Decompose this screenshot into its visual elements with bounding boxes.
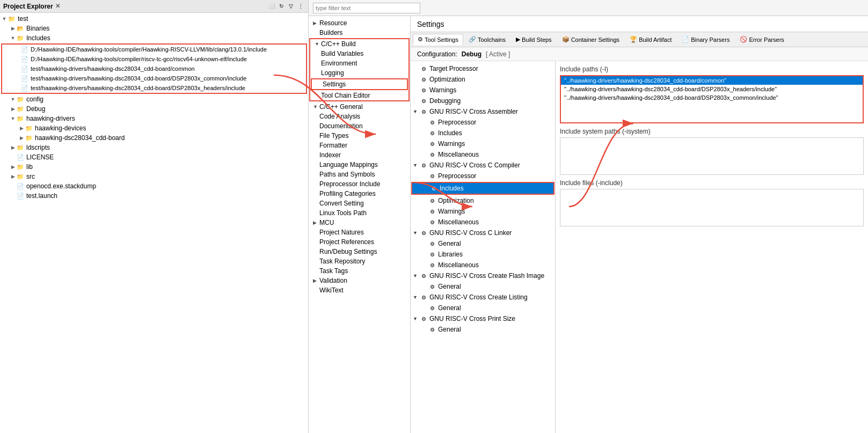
tree-item-includes[interactable]: ▼ 📁 Includes [0, 33, 308, 43]
tree-arrow-src[interactable]: ▶ [10, 174, 16, 179]
sync-icon[interactable]: ↻ [277, 2, 286, 11]
tree-item-config[interactable]: ▼ 📁 config [0, 94, 308, 104]
tree-arrow-test[interactable]: ▼ [1, 16, 8, 21]
nav-item-ccpp-build[interactable]: ▼ C/C++ Build [310, 39, 409, 49]
tree-arrow-debug[interactable]: ▶ [10, 106, 16, 112]
tool-item-c-warnings[interactable]: ▶ ⚙ Warnings [411, 206, 555, 217]
tool-item-cross-flash[interactable]: ▼ ⚙ GNU RISC-V Cross Create Flash Image [411, 270, 555, 281]
cross-print-arrow[interactable]: ▼ [413, 316, 419, 321]
cross-listing-arrow[interactable]: ▼ [413, 295, 419, 300]
tab-build-steps[interactable]: ▶ Build Steps [511, 34, 557, 45]
nav-item-validation[interactable]: ▶ Validation [309, 276, 410, 285]
tool-item-asm-preprocessor[interactable]: ▶ ⚙ Preprocessor [411, 117, 555, 128]
filter-input[interactable] [313, 3, 420, 13]
nav-item-project-references[interactable]: ▶ Project References [309, 237, 410, 247]
nav-item-code-analysis[interactable]: Code Analysis [309, 112, 410, 121]
include-path-item-1[interactable]: "../haawking-drivers/haawking-dsc28034_c… [561, 76, 863, 85]
nav-item-project-natures[interactable]: ▶ Project Natures [309, 227, 410, 237]
tool-item-c-includes[interactable]: ▶ ⚙ Includes [412, 183, 553, 194]
tool-item-print-general[interactable]: ▶ ⚙ General [411, 324, 555, 335]
nav-item-convert-setting[interactable]: ▶ Convert Setting [309, 199, 410, 208]
nav-item-preprocessor-include[interactable]: Preprocessor Include [309, 179, 410, 189]
tool-item-cross-c-linker[interactable]: ▼ ⚙ GNU RISC-V Cross C Linker [411, 227, 555, 238]
nav-item-file-types[interactable]: File Types [309, 131, 410, 141]
tool-item-c-misc[interactable]: ▶ ⚙ Miscellaneous [411, 217, 555, 227]
tree-item-inc1[interactable]: 📄 D:/Haawking-IDE/haawking-tools/compile… [2, 45, 306, 54]
tool-item-cross-print[interactable]: ▼ ⚙ GNU RISC-V Cross Print Size [411, 313, 555, 324]
tool-item-listing-general[interactable]: ▶ ⚙ General [411, 303, 555, 313]
include-path-item-2[interactable]: "../haawking-drivers/haawking-dsc28034_c… [561, 85, 863, 93]
nav-item-linux-tools-path[interactable]: ▶ Linux Tools Path [309, 208, 410, 218]
tree-arrow-config[interactable]: ▼ [10, 97, 16, 102]
filter-icon[interactable]: ▽ [287, 2, 295, 11]
tool-item-flash-general[interactable]: ▶ ⚙ General [411, 281, 555, 292]
tree-item-haawking-devices[interactable]: ▶ 📁 haawking-devices [0, 123, 308, 133]
nav-item-indexer[interactable]: Indexer [309, 150, 410, 160]
nav-item-builders[interactable]: ▶ Builders [309, 28, 410, 38]
nav-item-logging[interactable]: Logging [310, 68, 409, 78]
tool-item-asm-includes[interactable]: ▶ ⚙ Includes [411, 128, 555, 138]
tool-item-optimization[interactable]: ▶ ⚙ Optimization [411, 74, 555, 85]
tree-item-license[interactable]: ▶ 📄 LICENSE [0, 152, 308, 162]
nav-item-task-tags[interactable]: ▶ Task Tags [309, 266, 410, 276]
tree-arrow-lib[interactable]: ▶ [10, 164, 16, 170]
nav-item-profiling-categories[interactable]: Profiling Categories [309, 189, 410, 199]
nav-item-mcu[interactable]: ▶ MCU [309, 218, 410, 227]
tree-item-haawking-drivers[interactable]: ▼ 📁 haawking-drivers [0, 114, 308, 123]
nav-item-task-repository[interactable]: ▶ Task Repository [309, 256, 410, 266]
nav-item-documentation[interactable]: Documentation [309, 121, 410, 131]
nav-item-environment[interactable]: Environment [310, 58, 409, 68]
tool-item-c-optimization[interactable]: ▶ ⚙ Optimization [411, 195, 555, 206]
nav-item-resource[interactable]: ▶ Resource [309, 18, 410, 28]
tree-item-haawking-dsc[interactable]: ▶ 📁 haawking-dsc28034_cdd-board [0, 133, 308, 143]
tool-item-cross-listing[interactable]: ▼ ⚙ GNU RISC-V Cross Create Listing [411, 292, 555, 303]
tab-build-artifact[interactable]: 🏆 Build Artifact [625, 34, 676, 45]
tool-item-c-preprocessor[interactable]: ▶ ⚙ Preprocessor [411, 171, 555, 181]
cross-flash-arrow[interactable]: ▼ [413, 273, 419, 278]
nav-item-run-debug-settings[interactable]: ▶ Run/Debug Settings [309, 247, 410, 256]
tree-item-lib[interactable]: ▶ 📁 lib [0, 162, 308, 172]
nav-item-formatter[interactable]: Formatter [309, 141, 410, 150]
close-icon[interactable]: ✕ [55, 3, 60, 10]
tool-item-debugging[interactable]: ▶ ⚙ Debugging [411, 96, 555, 106]
tree-item-inc5[interactable]: 📄 test/haawking-drivers/haawking-dsc2803… [2, 83, 306, 93]
tree-arrow-haawking-devices[interactable]: ▶ [18, 126, 25, 131]
tree-item-inc4[interactable]: 📄 test/haawking-drivers/haawking-dsc2803… [2, 74, 306, 83]
tree-item-openocd[interactable]: ▶ 📄 openocd.exe.stackdump [0, 181, 308, 191]
tool-item-warnings[interactable]: ▶ ⚙ Warnings [411, 85, 555, 96]
collapse-icon[interactable]: ⬜ [267, 2, 276, 11]
tree-item-ldscripts[interactable]: ▶ 📁 ldscripts [0, 143, 308, 152]
nav-item-language-mappings[interactable]: Language Mappings [309, 160, 410, 170]
tree-arrow-haawking-dsc[interactable]: ▶ [18, 135, 25, 141]
nav-item-paths-and-symbols[interactable]: Paths and Symbols [309, 170, 410, 179]
tree-item-inc3[interactable]: 📄 test/haawking-drivers/haawking-dsc2803… [2, 64, 306, 74]
tool-item-linker-misc[interactable]: ▶ ⚙ Miscellaneous [411, 260, 555, 270]
menu-icon[interactable]: ⋮ [296, 2, 305, 11]
tree-item-src[interactable]: ▶ 📁 src [0, 172, 308, 181]
tree-arrow-includes[interactable]: ▼ [10, 35, 16, 41]
tab-toolchains[interactable]: 🔗 Toolchains [464, 34, 510, 45]
tree-item-test[interactable]: ▼ 📁 test [0, 14, 308, 24]
cross-c-linker-arrow[interactable]: ▼ [413, 230, 419, 236]
tool-item-cross-assembler[interactable]: ▼ ⚙ GNU RISC-V Cross Assembler [411, 106, 555, 117]
nav-item-wikitext[interactable]: ▶ WikiText [309, 285, 410, 295]
tree-arrow-ldscripts[interactable]: ▶ [10, 145, 16, 150]
tree-arrow-haawking-drivers[interactable]: ▼ [10, 116, 16, 121]
nav-item-tool-chain-editor[interactable]: Tool Chain Editor [310, 91, 409, 100]
tool-item-linker-general[interactable]: ▶ ⚙ General [411, 238, 555, 249]
nav-item-ccpp-general[interactable]: ▼ C/C++ General [309, 102, 410, 112]
tree-item-debug[interactable]: ▶ 📁 Debug [0, 104, 308, 114]
tool-item-asm-misc[interactable]: ▶ ⚙ Miscellaneous [411, 149, 555, 160]
tab-binary-parsers[interactable]: 📄 Binary Parsers [677, 34, 734, 45]
tree-item-binaries[interactable]: ▶ 📂 Binaries [0, 24, 308, 33]
include-path-item-3[interactable]: "../haawking-drivers/haawking-dsc28034_c… [561, 93, 863, 102]
tool-item-linker-libraries[interactable]: ▶ ⚙ Libraries [411, 249, 555, 260]
tree-arrow-binaries[interactable]: ▶ [10, 26, 16, 31]
tool-item-asm-warnings[interactable]: ▶ ⚙ Warnings [411, 138, 555, 149]
tree-item-inc2[interactable]: 📄 D:/Haawking-IDE/haawking-tools/compile… [2, 54, 306, 64]
tool-item-target-proc[interactable]: ▶ ⚙ Target Processor [411, 63, 555, 74]
tab-error-parsers[interactable]: 🚫 Error Parsers [735, 34, 789, 45]
cross-assembler-arrow[interactable]: ▼ [413, 109, 419, 114]
tab-container-settings[interactable]: 📦 Container Settings [557, 34, 625, 45]
cross-c-compiler-arrow[interactable]: ▼ [413, 163, 419, 168]
